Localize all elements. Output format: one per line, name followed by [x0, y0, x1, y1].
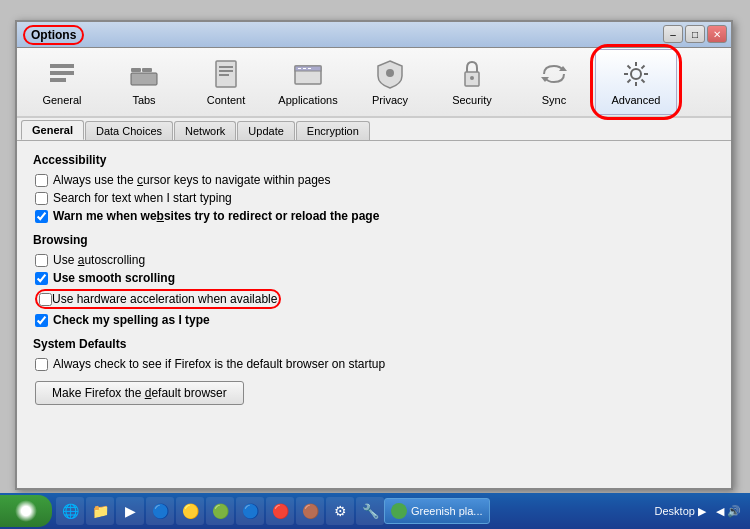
toolbar-tabs-label: Tabs — [132, 94, 155, 106]
taskbar-app6-icon[interactable]: 🟤 — [296, 497, 324, 525]
taskbar-folder-icon[interactable]: 📁 — [86, 497, 114, 525]
close-button[interactable]: ✕ — [707, 25, 727, 43]
taskbar-greenish-program[interactable]: Greenish pla... — [384, 498, 490, 524]
taskbar-quick-launch: 🌐 📁 ▶ 🔵 🟡 🟢 🔵 🔴 🟤 ⚙ 🔧 — [56, 497, 384, 525]
hardware-accel-highlight: Use hardware acceleration when available — [35, 289, 281, 309]
system-defaults-title: System Defaults — [33, 337, 715, 351]
autoscrolling-item: Use autoscrolling — [33, 253, 715, 267]
toolbar-item-content[interactable]: Content — [185, 49, 267, 115]
svg-line-28 — [628, 80, 631, 83]
svg-line-27 — [642, 66, 645, 69]
taskbar-app8-icon[interactable]: 🔧 — [356, 497, 384, 525]
svg-rect-12 — [298, 68, 301, 69]
hardware-accel-label: Use hardware acceleration when available — [52, 292, 277, 306]
toolbar-item-tabs[interactable]: Tabs — [103, 49, 185, 115]
general-icon — [46, 58, 78, 90]
cursor-keys-checkbox[interactable] — [35, 174, 48, 187]
toolbar-item-applications[interactable]: Applications — [267, 49, 349, 115]
svg-point-17 — [470, 76, 474, 80]
default-browser-label: Always check to see if Firefox is the de… — [53, 357, 385, 371]
make-default-button[interactable]: Make Firefox the default browser — [35, 381, 244, 405]
svg-rect-2 — [50, 78, 66, 82]
taskbar-app5-icon[interactable]: 🔴 — [266, 497, 294, 525]
warn-redirect-label: Warn me when websites try to redirect or… — [53, 209, 379, 223]
maximize-button[interactable]: □ — [685, 25, 705, 43]
tab-encryption[interactable]: Encryption — [296, 121, 370, 140]
toolbar-security-label: Security — [452, 94, 492, 106]
taskbar-app1-icon[interactable]: 🔵 — [146, 497, 174, 525]
smooth-scrolling-item: Use smooth scrolling — [33, 271, 715, 285]
start-button[interactable] — [0, 495, 52, 527]
toolbar-item-advanced[interactable]: Advanced — [595, 49, 677, 115]
toolbar-item-privacy[interactable]: Privacy — [349, 49, 431, 115]
smooth-scrolling-checkbox[interactable] — [35, 272, 48, 285]
spell-check-label: Check my spelling as I type — [53, 313, 210, 327]
taskbar-app2-icon[interactable]: 🟡 — [176, 497, 204, 525]
svg-rect-13 — [303, 68, 306, 69]
svg-point-15 — [386, 69, 394, 77]
content-area: Accessibility Always use the cursor keys… — [17, 141, 731, 483]
browsing-section-title: Browsing — [33, 233, 715, 247]
windows-logo — [15, 500, 37, 522]
taskbar: 🌐 📁 ▶ 🔵 🟡 🟢 🔵 🔴 🟤 ⚙ 🔧 Greenish pla... De… — [0, 493, 750, 529]
taskbar-ie-icon[interactable]: 🌐 — [56, 497, 84, 525]
toolbar-general-label: General — [42, 94, 81, 106]
taskbar-app3-icon[interactable]: 🟢 — [206, 497, 234, 525]
tray-icons[interactable]: ◀ 🔊 — [713, 503, 744, 520]
cursor-keys-label: Always use the cursor keys to navigate w… — [53, 173, 330, 187]
svg-rect-5 — [131, 73, 157, 85]
window-controls: – □ ✕ — [663, 25, 727, 43]
toolbar-sync-label: Sync — [542, 94, 566, 106]
program-label: Greenish pla... — [411, 505, 483, 517]
toolbar: General Tabs Content Applications — [17, 48, 731, 118]
spell-check-item: Check my spelling as I type — [33, 313, 715, 327]
sync-icon — [538, 58, 570, 90]
content-icon — [210, 58, 242, 90]
taskbar-tray: Desktop ▶ ◀ 🔊 — [652, 503, 750, 520]
system-defaults-section: System Defaults Always check to see if F… — [33, 337, 715, 405]
security-icon — [456, 58, 488, 90]
toolbar-applications-label: Applications — [278, 94, 337, 106]
applications-icon — [292, 58, 324, 90]
svg-rect-0 — [50, 64, 74, 68]
default-browser-checkbox[interactable] — [35, 358, 48, 371]
warn-redirect-item: Warn me when websites try to redirect or… — [33, 209, 715, 223]
taskbar-media-icon[interactable]: ▶ — [116, 497, 144, 525]
warn-redirect-checkbox[interactable] — [35, 210, 48, 223]
svg-rect-3 — [131, 68, 141, 72]
default-browser-item: Always check to see if Firefox is the de… — [33, 357, 715, 371]
accessibility-section-title: Accessibility — [33, 153, 715, 167]
svg-line-25 — [628, 66, 631, 69]
autoscrolling-checkbox[interactable] — [35, 254, 48, 267]
smooth-scrolling-label: Use smooth scrolling — [53, 271, 175, 285]
privacy-icon — [374, 58, 406, 90]
search-typing-label: Search for text when I start typing — [53, 191, 232, 205]
search-typing-checkbox[interactable] — [35, 192, 48, 205]
taskbar-app7-icon[interactable]: ⚙ — [326, 497, 354, 525]
svg-rect-4 — [142, 68, 152, 72]
cursor-keys-item: Always use the cursor keys to navigate w… — [33, 173, 715, 187]
search-typing-item: Search for text when I start typing — [33, 191, 715, 205]
toolbar-item-security[interactable]: Security — [431, 49, 513, 115]
taskbar-app4-icon[interactable]: 🔵 — [236, 497, 264, 525]
spell-check-checkbox[interactable] — [35, 314, 48, 327]
toolbar-advanced-label: Advanced — [612, 94, 661, 106]
toolbar-item-general[interactable]: General — [21, 49, 103, 115]
hardware-accel-checkbox[interactable] — [39, 293, 52, 306]
toolbar-content-label: Content — [207, 94, 246, 106]
advanced-icon — [620, 58, 652, 90]
svg-rect-14 — [308, 68, 311, 69]
tabs-icon — [128, 58, 160, 90]
tab-network[interactable]: Network — [174, 121, 236, 140]
minimize-button[interactable]: – — [663, 25, 683, 43]
tab-data-choices[interactable]: Data Choices — [85, 121, 173, 140]
program-icon — [391, 503, 407, 519]
desktop-button[interactable]: Desktop ▶ — [652, 503, 709, 520]
window-title: Options — [23, 25, 84, 45]
svg-rect-9 — [219, 74, 229, 76]
tab-update[interactable]: Update — [237, 121, 294, 140]
tab-general[interactable]: General — [21, 120, 84, 140]
toolbar-item-sync[interactable]: Sync — [513, 49, 595, 115]
svg-rect-1 — [50, 71, 74, 75]
svg-rect-7 — [219, 66, 233, 68]
